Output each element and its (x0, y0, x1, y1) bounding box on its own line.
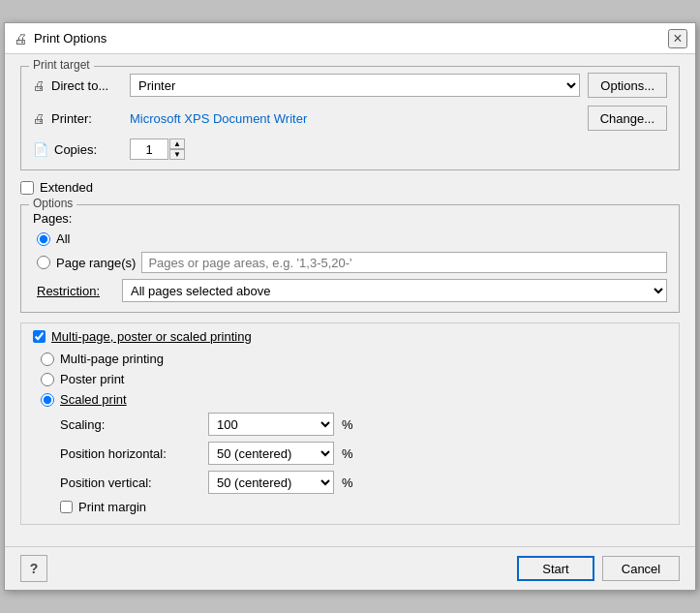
multi-page-printing-label[interactable]: Multi-page printing (60, 352, 164, 366)
all-pages-row: All (37, 231, 667, 246)
page-range-row: Page range(s) (37, 252, 667, 273)
restriction-label: Restriction: (37, 284, 114, 298)
poster-print-row: Poster print (41, 372, 667, 386)
print-margin-label[interactable]: Print margin (78, 500, 146, 514)
position-h-label: Position horizontal: (60, 446, 200, 461)
direct-to-icon: 🖨 (33, 78, 46, 93)
copies-down-button[interactable]: ▼ (169, 149, 185, 160)
dialog-content: Print target 🖨 Direct to... Printer File… (5, 54, 695, 546)
direct-to-label-container: 🖨 Direct to... (33, 78, 130, 93)
change-button[interactable]: Change... (588, 106, 667, 131)
extended-label[interactable]: Extended (40, 180, 93, 195)
multi-page-printing-radio[interactable] (41, 352, 54, 366)
scaled-print-label[interactable]: Scaled print (60, 392, 127, 407)
extended-checkbox[interactable] (20, 181, 34, 195)
scaling-row: Scaling: 100 75 50 200 % (60, 413, 667, 436)
position-v-row: Position vertical: 50 (centered) 0 (top)… (60, 471, 667, 494)
copies-up-button[interactable]: ▲ (169, 138, 185, 149)
scaling-select[interactable]: 100 75 50 200 (208, 413, 334, 436)
title-bar: 🖨 Print Options × (5, 23, 695, 54)
dialog-footer: ? Start Cancel (5, 546, 695, 590)
scaled-print-row: Scaled print (41, 392, 667, 407)
footer-right: Start Cancel (517, 556, 680, 581)
position-v-pct: % (342, 475, 353, 490)
multi-page-radio-section: Multi-page printing Poster print Scaled … (37, 352, 667, 514)
multi-page-check-row: Multi-page, poster or scaled printing (33, 329, 667, 344)
print-options-dialog: 🖨 Print Options × Print target 🖨 Direct … (4, 22, 696, 591)
restriction-row: Restriction: All pages selected above Od… (37, 279, 667, 302)
options-group: Options Pages: All Page range(s) Restric… (20, 204, 680, 313)
printer-label-container: 🖨 Printer: (33, 111, 130, 126)
dialog-title: Print Options (34, 31, 107, 46)
page-range-radio[interactable] (37, 256, 50, 269)
close-button[interactable]: × (668, 29, 687, 48)
scaling-pct: % (342, 417, 353, 432)
dialog-icon: 🖨 (13, 31, 28, 46)
options-button[interactable]: Options... (588, 73, 667, 98)
multi-page-checkbox[interactable] (33, 330, 46, 343)
direct-to-row: 🖨 Direct to... Printer File PDF Options.… (33, 73, 667, 98)
extended-row: Extended (20, 180, 680, 195)
all-pages-radio[interactable] (37, 232, 50, 246)
direct-to-select[interactable]: Printer File PDF (130, 74, 580, 97)
position-v-select[interactable]: 50 (centered) 0 (top) 100 (bottom) (208, 471, 334, 494)
footer-left: ? (20, 555, 47, 582)
copies-label-container: 📄 Copies: (33, 142, 130, 157)
print-target-label: Print target (29, 58, 94, 72)
all-pages-label[interactable]: All (56, 231, 70, 246)
copies-spinbutton: ▲ ▼ (169, 138, 185, 160)
multi-page-radio-row: Multi-page printing (41, 352, 667, 366)
printer-icon: 🖨 (33, 111, 46, 126)
print-margin-row: Print margin (60, 500, 667, 514)
position-h-pct: % (342, 446, 353, 461)
help-button[interactable]: ? (20, 555, 47, 582)
copies-field[interactable]: 1 (130, 138, 168, 160)
scaled-print-radio[interactable] (41, 393, 54, 407)
multi-page-group: Multi-page, poster or scaled printing Mu… (20, 322, 680, 525)
position-h-select[interactable]: 50 (centered) 0 (left) 100 (right) (208, 442, 334, 465)
printer-name: Microsoft XPS Document Writer (130, 111, 307, 126)
printer-content: Microsoft XPS Document Writer Change... (130, 106, 667, 131)
position-v-label: Position vertical: (60, 475, 200, 490)
copies-row: 📄 Copies: 1 ▲ ▼ (33, 138, 667, 160)
title-bar-left: 🖨 Print Options (13, 31, 107, 46)
copies-icon: 📄 (33, 142, 48, 157)
printer-row: 🖨 Printer: Microsoft XPS Document Writer… (33, 106, 667, 131)
page-range-label[interactable]: Page range(s) (56, 256, 136, 270)
multi-page-label[interactable]: Multi-page, poster or scaled printing (51, 329, 252, 344)
direct-to-content: Printer File PDF Options... (130, 73, 667, 98)
start-button[interactable]: Start (517, 556, 594, 581)
page-range-input[interactable] (141, 252, 667, 273)
position-h-row: Position horizontal: 50 (centered) 0 (le… (60, 442, 667, 465)
print-margin-checkbox[interactable] (60, 501, 73, 513)
direct-to-label: Direct to... (51, 78, 108, 93)
print-target-group: Print target 🖨 Direct to... Printer File… (20, 66, 680, 170)
copies-label: Copies: (54, 142, 97, 157)
poster-print-label[interactable]: Poster print (60, 372, 124, 386)
poster-print-radio[interactable] (41, 373, 54, 386)
options-group-label: Options (29, 197, 76, 210)
copies-input-group: 1 ▲ ▼ (130, 138, 185, 160)
pages-label: Pages: (33, 211, 667, 226)
scaled-print-section: Scaling: 100 75 50 200 % Position horizo… (60, 413, 667, 514)
restriction-select[interactable]: All pages selected above Odd pages only … (122, 279, 667, 302)
scaling-label: Scaling: (60, 417, 200, 432)
copies-content: 1 ▲ ▼ (130, 138, 667, 160)
printer-label: Printer: (51, 111, 92, 126)
cancel-button[interactable]: Cancel (602, 556, 680, 581)
